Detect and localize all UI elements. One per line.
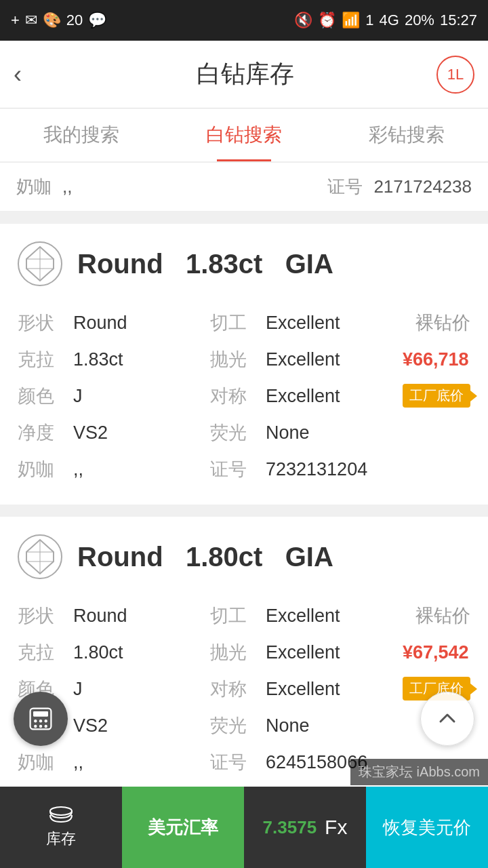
- detail-row: 形状 Round 切工 Excellent 裸钻价: [18, 305, 470, 340]
- label-sym: 对称: [210, 378, 264, 414]
- wechat-icon: 💬: [88, 12, 106, 29]
- detail-row: 颜色 J 对称 Excellent 工厂底价: [18, 671, 470, 707]
- signal-icon: +: [11, 12, 20, 29]
- details-table-0: 形状 Round 切工 Excellent 裸钻价 克拉 1.83ct 抛光 E…: [16, 304, 472, 488]
- detail-row: 克拉 1.80ct 抛光 Excellent ¥67,542: [18, 635, 470, 670]
- detail-row: 净度 VS2 荧光 None: [18, 415, 470, 450]
- watermark: 珠宝家坛 iAbbs.com: [350, 759, 488, 785]
- svg-line-14: [26, 540, 40, 552]
- storage-label: 库存: [46, 829, 76, 849]
- svg-point-32: [34, 725, 37, 728]
- value-color: J: [73, 378, 209, 414]
- rate-value: 7.3575: [263, 817, 317, 838]
- battery-icon: 20%: [405, 12, 434, 29]
- bottom-bar: 库存 美元汇率 7.3575 Fx 恢复美元价: [0, 787, 488, 868]
- svg-point-35: [50, 807, 72, 815]
- card-header-1: Round 1.80ct GIA: [16, 533, 472, 580]
- calculator-icon: [26, 704, 56, 734]
- price-label-1: 裸钻价: [403, 598, 470, 633]
- diamond-card-1: Round 1.80ct GIA 形状 Round 切工 Excellent 裸…: [0, 517, 488, 797]
- value-shape: Round: [73, 305, 209, 340]
- card-title-1: Round 1.80ct GIA: [77, 542, 333, 572]
- tab-colored-diamond[interactable]: 彩钻搜索: [325, 108, 488, 161]
- storage-icon: [47, 806, 75, 826]
- scroll-up-icon: [435, 707, 460, 731]
- label-fluor: 荧光: [210, 415, 264, 450]
- svg-line-7: [26, 269, 40, 281]
- label-shape: 形状: [18, 305, 72, 340]
- svg-rect-28: [33, 711, 48, 717]
- filter-value-1: ,,: [62, 176, 72, 197]
- user-button[interactable]: 1L: [436, 56, 474, 94]
- fx-label: Fx: [325, 816, 347, 839]
- details-table-1: 形状 Round 切工 Excellent 裸钻价 克拉 1.80ct 抛光 E…: [16, 597, 472, 781]
- value-fluor: None: [266, 415, 401, 450]
- badge-icon: 20: [66, 12, 83, 29]
- card-header-0: Round 1.83ct GIA: [16, 240, 472, 288]
- diamond-icon-1: [16, 533, 64, 580]
- value-clarity: VS2: [73, 415, 209, 450]
- app-icon: 🎨: [43, 12, 61, 29]
- header: ‹ 白钻库存 1L: [0, 41, 488, 108]
- exchange-rate-tab[interactable]: 美元汇率: [122, 787, 244, 868]
- label-cert: 证号: [210, 452, 264, 487]
- page-title: 白钻库存: [54, 58, 436, 91]
- label-carat: 克拉: [18, 342, 72, 377]
- label-polish: 抛光: [210, 342, 264, 377]
- filter-cert-value: 2171724238: [373, 176, 472, 197]
- back-button[interactable]: ‹: [14, 60, 54, 89]
- tabs-bar: 我的搜索 白钻搜索 彩钻搜索: [0, 108, 488, 163]
- label-clarity: 净度: [18, 415, 72, 450]
- price-label-0: 裸钻价: [403, 305, 470, 340]
- detail-row: 形状 Round 切工 Excellent 裸钻价: [18, 598, 470, 633]
- label-naika: 奶咖: [18, 452, 72, 487]
- status-left-icons: + ✉ 🎨 20 💬: [11, 12, 106, 29]
- time-display: 15:27: [440, 12, 477, 29]
- wifi-icon: 📶: [342, 12, 360, 29]
- svg-line-17: [40, 561, 54, 574]
- svg-point-33: [39, 725, 42, 728]
- label-color: 颜色: [18, 378, 72, 414]
- storage-tab[interactable]: 库存: [0, 787, 122, 868]
- price-value-0: ¥66,718: [403, 342, 470, 377]
- value-naika: ,,: [73, 452, 209, 487]
- fx-tab[interactable]: 7.3575 Fx: [244, 787, 366, 868]
- separator-1: [0, 212, 488, 224]
- scroll-up-button[interactable]: [420, 692, 474, 746]
- svg-point-30: [39, 719, 42, 722]
- svg-line-16: [26, 561, 40, 574]
- mute-icon: 🔇: [294, 12, 312, 29]
- detail-row: 净度 VS2 荧光 None: [18, 708, 470, 743]
- svg-line-5: [26, 247, 40, 259]
- factory-badge-0: 工厂底价: [403, 384, 470, 408]
- 4g-icon: 4G: [380, 12, 399, 29]
- detail-row: 克拉 1.83ct 抛光 Excellent ¥66,718: [18, 342, 470, 377]
- tab-white-diamond[interactable]: 白钻搜索: [163, 108, 325, 161]
- filter-bar: 奶咖 ,, 证号 2171724238: [0, 163, 488, 212]
- restore-label: 恢复美元价: [383, 816, 471, 840]
- tab-my-search[interactable]: 我的搜索: [0, 108, 163, 161]
- svg-point-34: [45, 725, 47, 728]
- svg-line-6: [40, 247, 54, 259]
- label-cut: 切工: [210, 305, 264, 340]
- value-carat: 1.83ct: [73, 342, 209, 377]
- svg-line-8: [40, 269, 54, 281]
- price-value-1: ¥67,542: [403, 635, 470, 670]
- signal-strength-icon: 1: [365, 12, 373, 29]
- value-sym: Excellent: [266, 378, 401, 414]
- detail-row: 颜色 J 对称 Excellent 工厂底价: [18, 378, 470, 414]
- detail-row: 奶咖 ,, 证号 7232131204: [18, 452, 470, 487]
- status-right-icons: 🔇 ⏰ 📶 1 4G 20% 15:27: [294, 12, 477, 29]
- svg-line-15: [40, 540, 54, 552]
- value-cut: Excellent: [266, 305, 401, 340]
- rate-label: 美元汇率: [148, 816, 218, 840]
- restore-tab[interactable]: 恢复美元价: [366, 787, 488, 868]
- svg-point-31: [45, 719, 47, 722]
- calculator-button[interactable]: [14, 692, 68, 746]
- value-polish: Excellent: [266, 342, 401, 377]
- alarm-icon: ⏰: [318, 12, 336, 29]
- separator-2: [0, 505, 488, 517]
- filter-cert-label: 证号: [327, 175, 363, 199]
- mail-icon: ✉: [25, 12, 37, 29]
- value-cert: 7232131204: [266, 452, 401, 487]
